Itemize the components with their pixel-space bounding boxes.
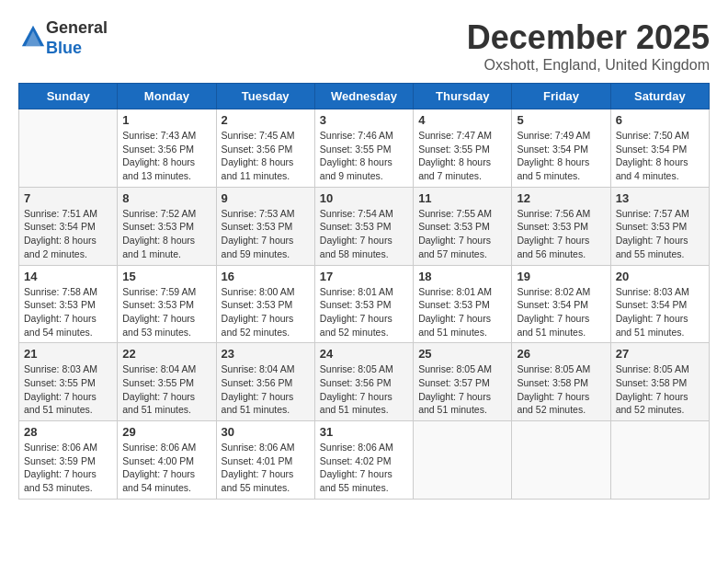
day-info: Sunrise: 8:01 AMSunset: 3:53 PMDaylight:… <box>418 285 506 339</box>
calendar-day-cell: 5Sunrise: 7:49 AMSunset: 3:54 PMDaylight… <box>512 109 610 188</box>
calendar-day-cell: 15Sunrise: 7:59 AMSunset: 3:53 PMDayligh… <box>118 265 216 343</box>
day-number: 22 <box>122 347 210 361</box>
calendar-day-cell: 29Sunrise: 8:06 AMSunset: 4:00 PMDayligh… <box>118 421 216 500</box>
day-number: 9 <box>222 191 310 205</box>
logo: General Blue <box>18 18 108 58</box>
day-number: 2 <box>222 113 310 127</box>
calendar-day-cell: 22Sunrise: 8:04 AMSunset: 3:55 PMDayligh… <box>118 343 216 421</box>
calendar-day-cell: 25Sunrise: 8:05 AMSunset: 3:57 PMDayligh… <box>414 343 512 421</box>
day-number: 15 <box>122 270 210 283</box>
calendar-day-cell: 10Sunrise: 7:54 AMSunset: 3:53 PMDayligh… <box>314 187 413 265</box>
day-info: Sunrise: 7:51 AMSunset: 3:54 PMDaylight:… <box>24 207 112 261</box>
day-number: 19 <box>517 270 605 283</box>
month-year-title: December 2025 <box>467 18 710 57</box>
calendar-day-cell: 14Sunrise: 7:58 AMSunset: 3:53 PMDayligh… <box>19 265 118 343</box>
day-number: 16 <box>222 270 310 283</box>
weekday-header-saturday: Saturday <box>610 84 709 109</box>
calendar-day-cell: 11Sunrise: 7:55 AMSunset: 3:53 PMDayligh… <box>414 187 512 265</box>
day-number: 25 <box>418 347 506 361</box>
title-block: December 2025 Oxshott, England, United K… <box>467 18 710 74</box>
calendar-table: SundayMondayTuesdayWednesdayThursdayFrid… <box>18 83 710 500</box>
day-info: Sunrise: 8:03 AMSunset: 3:55 PMDaylight:… <box>24 362 112 417</box>
calendar-day-cell: 4Sunrise: 7:47 AMSunset: 3:55 PMDaylight… <box>414 109 512 188</box>
weekday-header-tuesday: Tuesday <box>216 84 314 109</box>
day-info: Sunrise: 7:47 AMSunset: 3:55 PMDaylight:… <box>418 129 506 183</box>
calendar-day-cell: 9Sunrise: 7:53 AMSunset: 3:53 PMDaylight… <box>216 187 314 265</box>
day-info: Sunrise: 7:55 AMSunset: 3:53 PMDaylight:… <box>418 207 506 261</box>
calendar-day-cell: 27Sunrise: 8:05 AMSunset: 3:58 PMDayligh… <box>610 343 709 421</box>
calendar-day-cell <box>19 109 118 188</box>
calendar-day-cell: 24Sunrise: 8:05 AMSunset: 3:56 PMDayligh… <box>314 343 413 421</box>
day-info: Sunrise: 7:59 AMSunset: 3:53 PMDaylight:… <box>122 285 210 339</box>
day-info: Sunrise: 7:57 AMSunset: 3:53 PMDaylight:… <box>616 207 704 261</box>
page-header: General Blue December 2025 Oxshott, Engl… <box>18 18 710 74</box>
weekday-header-wednesday: Wednesday <box>314 84 413 109</box>
calendar-day-cell: 31Sunrise: 8:06 AMSunset: 4:02 PMDayligh… <box>314 421 413 500</box>
day-info: Sunrise: 8:04 AMSunset: 3:55 PMDaylight:… <box>122 362 210 417</box>
day-info: Sunrise: 7:56 AMSunset: 3:53 PMDaylight:… <box>517 207 605 261</box>
day-info: Sunrise: 8:03 AMSunset: 3:54 PMDaylight:… <box>616 285 704 339</box>
weekday-header-thursday: Thursday <box>414 84 512 109</box>
calendar-day-cell: 16Sunrise: 8:00 AMSunset: 3:53 PMDayligh… <box>216 265 314 343</box>
calendar-day-cell: 20Sunrise: 8:03 AMSunset: 3:54 PMDayligh… <box>610 265 709 343</box>
logo-text: General Blue <box>46 18 108 58</box>
calendar-day-cell: 13Sunrise: 7:57 AMSunset: 3:53 PMDayligh… <box>610 187 709 265</box>
calendar-day-cell: 7Sunrise: 7:51 AMSunset: 3:54 PMDaylight… <box>19 187 118 265</box>
day-number: 8 <box>122 191 210 205</box>
calendar-day-cell: 6Sunrise: 7:50 AMSunset: 3:54 PMDaylight… <box>610 109 709 188</box>
day-info: Sunrise: 7:46 AMSunset: 3:55 PMDaylight:… <box>320 129 408 183</box>
day-info: Sunrise: 7:49 AMSunset: 3:54 PMDaylight:… <box>517 129 605 183</box>
day-number: 5 <box>517 113 605 127</box>
day-info: Sunrise: 7:43 AMSunset: 3:56 PMDaylight:… <box>122 129 210 183</box>
weekday-header-sunday: Sunday <box>19 84 118 109</box>
day-number: 26 <box>517 347 605 361</box>
day-number: 7 <box>24 191 112 205</box>
day-info: Sunrise: 8:06 AMSunset: 3:59 PMDaylight:… <box>24 441 112 495</box>
day-number: 23 <box>222 347 310 361</box>
day-info: Sunrise: 8:04 AMSunset: 3:56 PMDaylight:… <box>222 362 310 417</box>
location-subtitle: Oxshott, England, United Kingdom <box>467 57 710 74</box>
day-info: Sunrise: 8:05 AMSunset: 3:58 PMDaylight:… <box>517 362 605 417</box>
day-number: 18 <box>418 270 506 283</box>
calendar-day-cell: 2Sunrise: 7:45 AMSunset: 3:56 PMDaylight… <box>216 109 314 188</box>
calendar-day-cell: 8Sunrise: 7:52 AMSunset: 3:53 PMDaylight… <box>118 187 216 265</box>
day-number: 20 <box>616 270 704 283</box>
calendar-day-cell: 30Sunrise: 8:06 AMSunset: 4:01 PMDayligh… <box>216 421 314 500</box>
day-number: 30 <box>222 425 310 439</box>
logo-blue: Blue <box>46 39 82 57</box>
weekday-header-monday: Monday <box>118 84 216 109</box>
day-info: Sunrise: 8:05 AMSunset: 3:58 PMDaylight:… <box>616 362 704 417</box>
calendar-day-cell: 18Sunrise: 8:01 AMSunset: 3:53 PMDayligh… <box>414 265 512 343</box>
day-number: 17 <box>320 270 408 283</box>
calendar-week-row: 21Sunrise: 8:03 AMSunset: 3:55 PMDayligh… <box>19 343 710 421</box>
day-info: Sunrise: 7:50 AMSunset: 3:54 PMDaylight:… <box>616 129 704 183</box>
day-info: Sunrise: 8:06 AMSunset: 4:01 PMDaylight:… <box>222 441 310 495</box>
calendar-week-row: 28Sunrise: 8:06 AMSunset: 3:59 PMDayligh… <box>19 421 710 500</box>
weekday-header-friday: Friday <box>512 84 610 109</box>
weekday-header-row: SundayMondayTuesdayWednesdayThursdayFrid… <box>19 84 710 109</box>
calendar-day-cell: 21Sunrise: 8:03 AMSunset: 3:55 PMDayligh… <box>19 343 118 421</box>
day-number: 12 <box>517 191 605 205</box>
calendar-week-row: 14Sunrise: 7:58 AMSunset: 3:53 PMDayligh… <box>19 265 710 343</box>
day-info: Sunrise: 7:45 AMSunset: 3:56 PMDaylight:… <box>222 129 310 183</box>
day-number: 4 <box>418 113 506 127</box>
day-number: 24 <box>320 347 408 361</box>
day-info: Sunrise: 8:00 AMSunset: 3:53 PMDaylight:… <box>222 285 310 339</box>
day-number: 10 <box>320 191 408 205</box>
day-info: Sunrise: 8:01 AMSunset: 3:53 PMDaylight:… <box>320 285 408 339</box>
day-info: Sunrise: 7:53 AMSunset: 3:53 PMDaylight:… <box>222 207 310 261</box>
calendar-day-cell: 19Sunrise: 8:02 AMSunset: 3:54 PMDayligh… <box>512 265 610 343</box>
calendar-day-cell: 3Sunrise: 7:46 AMSunset: 3:55 PMDaylight… <box>314 109 413 188</box>
calendar-day-cell: 17Sunrise: 8:01 AMSunset: 3:53 PMDayligh… <box>314 265 413 343</box>
calendar-day-cell <box>414 421 512 500</box>
day-number: 29 <box>122 425 210 439</box>
calendar-day-cell: 23Sunrise: 8:04 AMSunset: 3:56 PMDayligh… <box>216 343 314 421</box>
day-number: 28 <box>24 425 112 439</box>
day-number: 13 <box>616 191 704 205</box>
day-number: 14 <box>24 270 112 283</box>
day-info: Sunrise: 7:54 AMSunset: 3:53 PMDaylight:… <box>320 207 408 261</box>
day-info: Sunrise: 8:02 AMSunset: 3:54 PMDaylight:… <box>517 285 605 339</box>
day-info: Sunrise: 7:52 AMSunset: 3:53 PMDaylight:… <box>122 207 210 261</box>
logo-icon <box>20 24 46 50</box>
day-number: 6 <box>616 113 704 127</box>
